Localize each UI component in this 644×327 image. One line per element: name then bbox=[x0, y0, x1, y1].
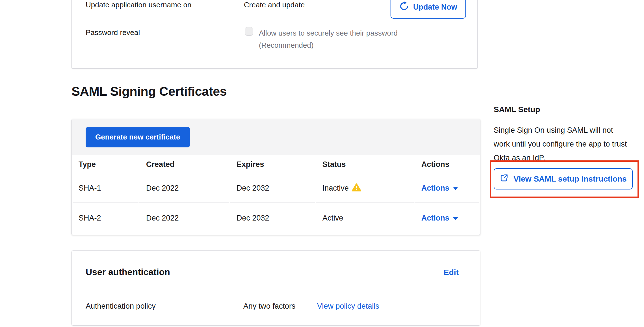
user-authentication-card: User authentication Edit Authentication … bbox=[71, 250, 480, 326]
view-saml-setup-instructions-button[interactable]: View SAML setup instructions bbox=[494, 168, 633, 189]
cert-status: Inactive bbox=[316, 174, 414, 202]
column-header-expires: Expires bbox=[230, 155, 315, 174]
sign-on-settings-page: Update application username on Create an… bbox=[0, 0, 644, 327]
certificates-toolbar: Generate new certificate bbox=[72, 119, 480, 155]
actions-label: Actions bbox=[421, 184, 449, 193]
column-header-type: Type bbox=[73, 155, 138, 174]
status-text: Inactive bbox=[322, 184, 349, 193]
authentication-policy-label: Authentication policy bbox=[86, 302, 156, 311]
actions-label: Actions bbox=[421, 214, 449, 223]
edit-link[interactable]: Edit bbox=[444, 268, 459, 277]
page-title: SAML Signing Certificates bbox=[71, 84, 227, 99]
saml-setup-description: Single Sign On using SAML will not work … bbox=[494, 123, 630, 165]
generate-certificate-button[interactable]: Generate new certificate bbox=[86, 127, 190, 147]
status-text: Active bbox=[322, 214, 343, 223]
warning-icon bbox=[352, 183, 361, 194]
external-link-icon bbox=[500, 173, 509, 184]
actions-dropdown[interactable]: Actions bbox=[421, 184, 458, 193]
password-reveal-checkbox[interactable] bbox=[245, 27, 253, 36]
saml-certificates-card: Generate new certificate Type Created Ex… bbox=[71, 119, 480, 235]
password-reveal-note: (Recommended) bbox=[259, 40, 314, 50]
update-username-label: Update application username on bbox=[86, 0, 191, 10]
table-row: SHA-1 Dec 2022 Dec 2032 Inactive bbox=[73, 174, 479, 202]
column-header-created: Created bbox=[139, 155, 229, 174]
table-row: SHA-2 Dec 2022 Dec 2032 Active Actions bbox=[73, 202, 479, 234]
certificates-table: Type Created Expires Status Actions SHA-… bbox=[72, 155, 480, 234]
chevron-down-icon bbox=[453, 187, 458, 190]
update-username-value: Create and update bbox=[244, 0, 305, 10]
user-authentication-title: User authentication bbox=[86, 267, 170, 277]
password-reveal-label: Password reveal bbox=[86, 28, 140, 37]
cert-type: SHA-2 bbox=[73, 202, 138, 234]
update-now-button[interactable]: Update Now bbox=[391, 0, 466, 19]
credential-details-panel: Update application username on Create an… bbox=[71, 0, 478, 69]
cert-type: SHA-1 bbox=[73, 174, 138, 202]
password-reveal-option-text: Allow users to securely see their passwo… bbox=[259, 28, 398, 38]
view-saml-setup-label: View SAML setup instructions bbox=[513, 175, 626, 184]
authentication-policy-value: Any two factors bbox=[243, 302, 296, 311]
cert-created: Dec 2022 bbox=[139, 202, 229, 234]
cert-created: Dec 2022 bbox=[139, 174, 229, 202]
chevron-down-icon bbox=[453, 217, 458, 220]
column-header-status: Status bbox=[316, 155, 414, 174]
refresh-icon bbox=[399, 1, 409, 13]
actions-dropdown[interactable]: Actions bbox=[421, 214, 458, 223]
column-header-actions: Actions bbox=[415, 155, 479, 174]
cert-expires: Dec 2032 bbox=[230, 202, 315, 234]
update-now-label: Update Now bbox=[413, 3, 457, 12]
view-policy-details-link[interactable]: View policy details bbox=[317, 302, 379, 311]
table-header-row: Type Created Expires Status Actions bbox=[73, 155, 479, 174]
cert-status: Active bbox=[316, 202, 414, 234]
cert-expires: Dec 2032 bbox=[230, 174, 315, 202]
saml-setup-title: SAML Setup bbox=[494, 105, 540, 114]
